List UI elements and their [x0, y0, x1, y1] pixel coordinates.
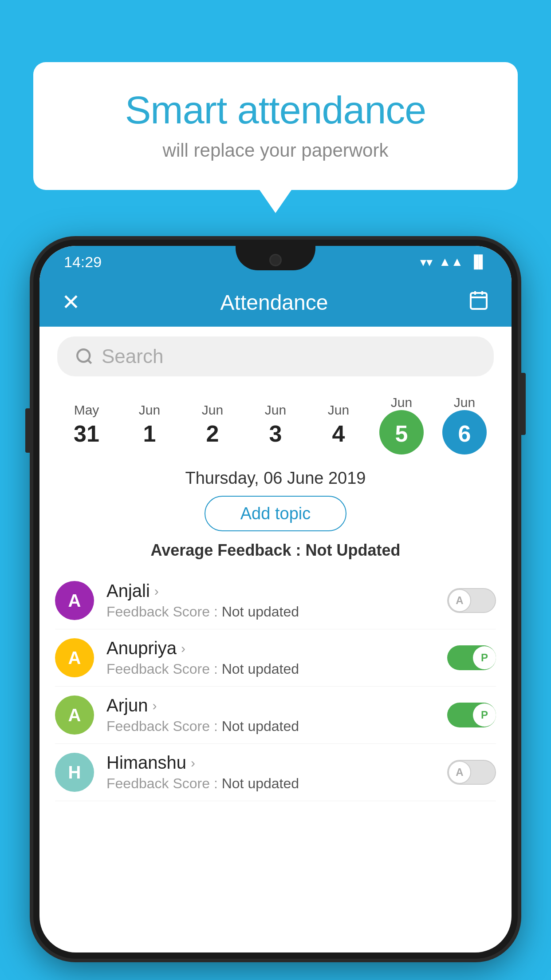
chevron-right-icon: › — [191, 755, 195, 771]
feedback-score-value: Not updated — [222, 604, 299, 620]
cal-date: 31 — [55, 420, 118, 447]
cal-month: Jun — [181, 403, 244, 418]
feedback-score-value: Not updated — [222, 718, 299, 734]
student-feedback-score: Feedback Score : Not updated — [106, 661, 435, 677]
cal-date: 3 — [244, 420, 307, 447]
student-info: Anupriya ›Feedback Score : Not updated — [106, 638, 435, 677]
cal-date: 1 — [118, 420, 181, 447]
search-bar[interactable]: Search — [57, 336, 494, 376]
student-item[interactable]: AArjun ›Feedback Score : Not updatedP — [55, 687, 496, 744]
student-item[interactable]: HHimanshu ›Feedback Score : Not updatedA — [55, 744, 496, 801]
feedback-value: Not Updated — [305, 541, 400, 559]
student-info: Himanshu ›Feedback Score : Not updated — [106, 753, 435, 792]
calendar-week: May31Jun1Jun2Jun3Jun4Jun5Jun6 — [39, 386, 512, 454]
student-avatar: A — [55, 638, 94, 677]
cal-active-circle: 5 — [379, 410, 424, 454]
student-name: Anjali › — [106, 581, 435, 601]
cal-month: Jun — [433, 395, 496, 410]
app-title: Attendance — [220, 290, 328, 315]
toggle-switch[interactable]: P — [447, 645, 496, 670]
toggle-switch[interactable]: A — [447, 588, 496, 613]
student-avatar: A — [55, 695, 94, 735]
phone-notch — [236, 246, 315, 270]
student-feedback-score: Feedback Score : Not updated — [106, 604, 435, 620]
calendar-icon[interactable] — [468, 289, 489, 315]
search-placeholder: Search — [102, 345, 163, 368]
phone-frame: 14:29 ▾▾ ▲▲ ▐▌ ✕ Attendance — [33, 240, 518, 959]
svg-point-4 — [77, 349, 90, 362]
cal-month: Jun — [370, 395, 433, 410]
phone-screen: 14:29 ▾▾ ▲▲ ▐▌ ✕ Attendance — [39, 246, 512, 952]
close-button[interactable]: ✕ — [62, 289, 80, 315]
toggle-knob: P — [473, 646, 496, 669]
app-header: ✕ Attendance — [39, 278, 512, 327]
calendar-day-0[interactable]: May31 — [55, 403, 118, 447]
phone-container: 14:29 ▾▾ ▲▲ ▐▌ ✕ Attendance — [33, 240, 518, 980]
calendar-day-1[interactable]: Jun1 — [118, 403, 181, 447]
status-time: 14:29 — [64, 253, 102, 271]
cal-month: May — [55, 403, 118, 418]
attendance-toggle[interactable]: A — [447, 760, 496, 785]
average-feedback: Average Feedback : Not Updated — [39, 541, 512, 560]
student-info: Anjali ›Feedback Score : Not updated — [106, 581, 435, 620]
toggle-knob: P — [473, 703, 496, 727]
attendance-toggle[interactable]: A — [447, 588, 496, 613]
cal-active-circle: 6 — [442, 410, 487, 454]
speech-bubble-container: Smart attendance will replace your paper… — [33, 62, 518, 190]
student-item[interactable]: AAnjali ›Feedback Score : Not updatedA — [55, 572, 496, 629]
calendar-day-4[interactable]: Jun4 — [307, 403, 370, 447]
bubble-subtitle: will replace your paperwork — [69, 140, 482, 161]
speech-bubble: Smart attendance will replace your paper… — [33, 62, 518, 190]
cal-month: Jun — [307, 403, 370, 418]
calendar-day-6[interactable]: Jun6 — [433, 395, 496, 454]
student-avatar: A — [55, 581, 94, 620]
student-name: Arjun › — [106, 695, 435, 715]
bubble-title: Smart attendance — [69, 89, 482, 132]
cal-date: 4 — [307, 420, 370, 447]
feedback-score-value: Not updated — [222, 661, 299, 677]
battery-icon: ▐▌ — [469, 255, 487, 269]
cal-month: Jun — [118, 403, 181, 418]
add-topic-button[interactable]: Add topic — [205, 496, 346, 531]
student-feedback-score: Feedback Score : Not updated — [106, 775, 435, 792]
toggle-knob: A — [448, 761, 471, 784]
attendance-toggle[interactable]: P — [447, 645, 496, 670]
student-feedback-score: Feedback Score : Not updated — [106, 718, 435, 735]
chevron-right-icon: › — [181, 641, 185, 656]
cal-month: Jun — [244, 403, 307, 418]
student-item[interactable]: AAnupriya ›Feedback Score : Not updatedP — [55, 629, 496, 687]
toggle-knob: A — [448, 589, 471, 612]
calendar-day-3[interactable]: Jun3 — [244, 403, 307, 447]
cal-date: 2 — [181, 420, 244, 447]
feedback-score-value: Not updated — [222, 775, 299, 791]
toggle-switch[interactable]: A — [447, 760, 496, 785]
student-list: AAnjali ›Feedback Score : Not updatedAAA… — [39, 572, 512, 801]
search-icon — [75, 347, 94, 366]
selected-date-label: Thursday, 06 June 2019 — [39, 454, 512, 496]
svg-line-5 — [88, 360, 91, 364]
signal-icon: ▲▲ — [439, 255, 463, 269]
chevron-right-icon: › — [152, 698, 157, 713]
attendance-toggle[interactable]: P — [447, 703, 496, 727]
student-avatar: H — [55, 753, 94, 792]
student-info: Arjun ›Feedback Score : Not updated — [106, 695, 435, 735]
calendar-day-2[interactable]: Jun2 — [181, 403, 244, 447]
svg-rect-0 — [471, 293, 487, 309]
feedback-label: Average Feedback : — [151, 541, 306, 559]
toggle-switch[interactable]: P — [447, 703, 496, 727]
student-name: Himanshu › — [106, 753, 435, 773]
wifi-icon: ▾▾ — [420, 255, 433, 269]
calendar-day-5[interactable]: Jun5 — [370, 395, 433, 454]
camera-icon — [269, 254, 282, 266]
student-name: Anupriya › — [106, 638, 435, 658]
status-icons: ▾▾ ▲▲ ▐▌ — [420, 255, 487, 269]
chevron-right-icon: › — [154, 584, 159, 599]
